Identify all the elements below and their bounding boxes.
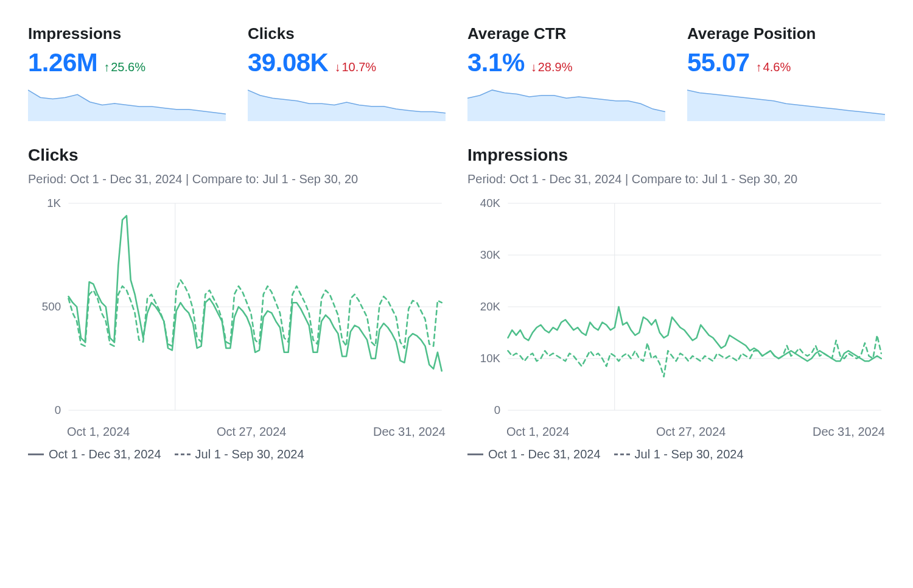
legend-line-dashed-icon bbox=[614, 453, 630, 455]
sparkline-position bbox=[687, 85, 885, 121]
legend-item-current[interactable]: Oct 1 - Dec 31, 2024 bbox=[467, 447, 601, 461]
chart-title: Clicks bbox=[28, 145, 446, 165]
kpi-delta: ↓28.9% bbox=[531, 60, 573, 74]
sparkline-ctr bbox=[467, 85, 665, 121]
kpi-title: Average CTR bbox=[467, 24, 665, 43]
chart-panel-clicks: Clicks Period: Oct 1 - Dec 31, 2024 | Co… bbox=[28, 145, 446, 461]
kpi-ctr[interactable]: Average CTR 3.1% ↓28.9% bbox=[467, 24, 665, 121]
kpi-title: Impressions bbox=[28, 24, 226, 43]
kpi-delta: ↓10.7% bbox=[334, 60, 376, 74]
kpi-value: 55.07 bbox=[687, 48, 750, 77]
svg-text:1K: 1K bbox=[47, 197, 61, 209]
legend-line-dashed-icon bbox=[175, 453, 191, 455]
kpi-value: 39.08K bbox=[248, 48, 328, 77]
kpi-value-row: 55.07 ↑4.6% bbox=[687, 48, 885, 77]
chart-title: Impressions bbox=[467, 145, 885, 165]
charts-row: Clicks Period: Oct 1 - Dec 31, 2024 | Co… bbox=[28, 145, 885, 461]
svg-text:10K: 10K bbox=[480, 352, 501, 365]
legend-item-previous[interactable]: Jul 1 - Sep 30, 2024 bbox=[175, 447, 304, 461]
kpi-title: Average Position bbox=[687, 24, 885, 43]
svg-text:0: 0 bbox=[55, 404, 61, 416]
arrow-down-icon: ↓ bbox=[531, 60, 537, 74]
kpi-value: 1.26M bbox=[28, 48, 97, 77]
kpi-impressions[interactable]: Impressions 1.26M ↑25.6% bbox=[28, 24, 226, 121]
kpi-value: 3.1% bbox=[467, 48, 525, 77]
xaxis-start: Oct 1, 2024 bbox=[67, 425, 130, 439]
arrow-up-icon: ↑ bbox=[103, 60, 110, 74]
sparkline-clicks bbox=[248, 85, 446, 121]
chart-clicks: 05001K bbox=[28, 197, 446, 416]
chart-subtitle: Period: Oct 1 - Dec 31, 2024 | Compare t… bbox=[28, 172, 446, 186]
chart-legend: Oct 1 - Dec 31, 2024 Jul 1 - Sep 30, 202… bbox=[467, 447, 885, 461]
xaxis-mid: Oct 27, 2024 bbox=[217, 425, 287, 439]
chart-xaxis: Oct 1, 2024 Oct 27, 2024 Dec 31, 2024 bbox=[28, 416, 446, 447]
kpi-delta: ↑4.6% bbox=[756, 60, 791, 74]
svg-text:40K: 40K bbox=[480, 197, 501, 209]
kpi-delta: ↑25.6% bbox=[103, 60, 145, 74]
kpi-row: Impressions 1.26M ↑25.6% Clicks 39.08K ↓… bbox=[28, 24, 885, 121]
xaxis-mid: Oct 27, 2024 bbox=[656, 425, 726, 439]
chart-legend: Oct 1 - Dec 31, 2024 Jul 1 - Sep 30, 202… bbox=[28, 447, 446, 461]
svg-text:20K: 20K bbox=[480, 300, 501, 313]
kpi-value-row: 39.08K ↓10.7% bbox=[248, 48, 446, 77]
chart-subtitle: Period: Oct 1 - Dec 31, 2024 | Compare t… bbox=[467, 172, 885, 186]
svg-text:500: 500 bbox=[42, 300, 61, 313]
chart-panel-impressions: Impressions Period: Oct 1 - Dec 31, 2024… bbox=[467, 145, 885, 461]
arrow-up-icon: ↑ bbox=[756, 60, 762, 74]
kpi-title: Clicks bbox=[248, 24, 446, 43]
legend-item-previous[interactable]: Jul 1 - Sep 30, 2024 bbox=[614, 447, 744, 461]
sparkline-impressions bbox=[28, 85, 226, 121]
kpi-value-row: 1.26M ↑25.6% bbox=[28, 48, 226, 77]
legend-item-current[interactable]: Oct 1 - Dec 31, 2024 bbox=[28, 447, 161, 461]
chart-impressions: 010K20K30K40K bbox=[467, 197, 885, 416]
legend-line-solid-icon bbox=[467, 453, 483, 455]
kpi-clicks[interactable]: Clicks 39.08K ↓10.7% bbox=[248, 24, 446, 121]
kpi-position[interactable]: Average Position 55.07 ↑4.6% bbox=[687, 24, 885, 121]
xaxis-end: Dec 31, 2024 bbox=[813, 425, 885, 439]
svg-text:0: 0 bbox=[494, 404, 500, 416]
kpi-value-row: 3.1% ↓28.9% bbox=[467, 48, 665, 77]
xaxis-end: Dec 31, 2024 bbox=[373, 425, 446, 439]
svg-text:30K: 30K bbox=[480, 248, 501, 261]
chart-xaxis: Oct 1, 2024 Oct 27, 2024 Dec 31, 2024 bbox=[467, 416, 885, 447]
xaxis-start: Oct 1, 2024 bbox=[506, 425, 569, 439]
arrow-down-icon: ↓ bbox=[334, 60, 340, 74]
legend-line-solid-icon bbox=[28, 453, 44, 455]
